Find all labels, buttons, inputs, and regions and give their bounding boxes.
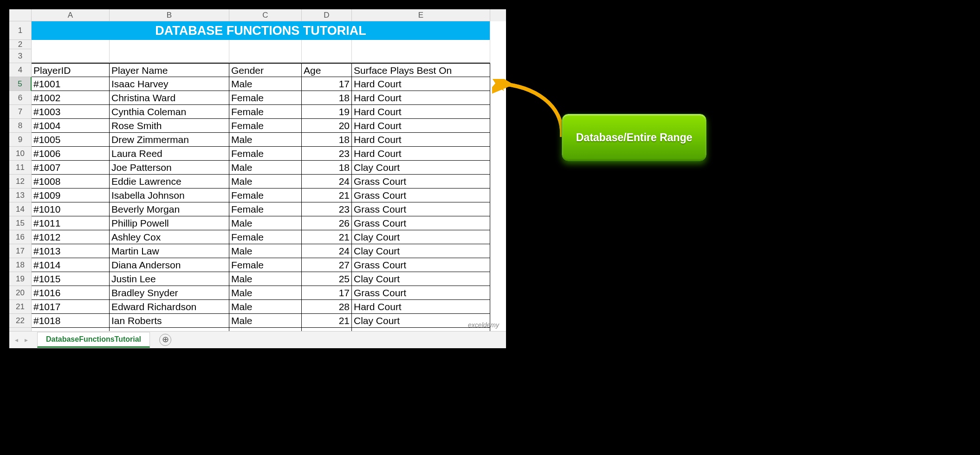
row-header-4[interactable]: 4 (9, 63, 32, 77)
cell[interactable]: #1015 (32, 272, 110, 286)
cell[interactable]: #1002 (32, 91, 110, 105)
cell[interactable]: Justin Lee (110, 272, 229, 286)
cell[interactable]: Grass Court (352, 188, 490, 202)
cell[interactable]: #1001 (32, 77, 110, 91)
cell[interactable]: 23 (302, 147, 352, 161)
cell[interactable]: #1011 (32, 216, 110, 230)
row-header-17[interactable]: 17 (9, 244, 32, 258)
cell[interactable]: Drew Zimmerman (110, 133, 229, 147)
cell[interactable]: 18 (302, 133, 352, 147)
cell[interactable]: 25 (302, 272, 352, 286)
col-header-A[interactable]: A (32, 9, 110, 21)
cell[interactable]: 21 (302, 230, 352, 244)
cell[interactable]: Ian Roberts (110, 314, 229, 328)
header-gender[interactable]: Gender (229, 63, 302, 77)
cell[interactable]: Male (229, 175, 302, 188)
cell[interactable]: #1009 (32, 188, 110, 202)
cell[interactable]: Cynthia Coleman (110, 105, 229, 119)
row-header-14[interactable]: 14 (9, 202, 32, 216)
cell[interactable]: #1004 (32, 119, 110, 133)
cell[interactable]: Edward Richardson (110, 300, 229, 314)
cell[interactable]: Ashley Cox (110, 230, 229, 244)
cell[interactable]: 23 (302, 202, 352, 216)
cell[interactable]: Male (229, 314, 302, 328)
row-header-6[interactable]: 6 (9, 91, 32, 105)
cell[interactable]: Female (229, 91, 302, 105)
row-header-2[interactable]: 2 (9, 40, 32, 49)
cell[interactable]: Hard Court (352, 91, 490, 105)
cell[interactable]: #1013 (32, 244, 110, 258)
cell[interactable]: #1010 (32, 202, 110, 216)
cell[interactable]: Eddie Lawrence (110, 175, 229, 188)
cell[interactable]: 21 (302, 314, 352, 328)
cell[interactable]: Male (229, 161, 302, 175)
cell[interactable]: 19 (302, 105, 352, 119)
row-header-3[interactable]: 3 (9, 49, 32, 63)
cell[interactable]: Female (229, 202, 302, 216)
cell[interactable]: Hard Court (352, 133, 490, 147)
cell[interactable]: Male (229, 244, 302, 258)
cell[interactable]: 28 (302, 300, 352, 314)
row-header-7[interactable]: 7 (9, 105, 32, 119)
cell[interactable]: Hard Court (352, 147, 490, 161)
cell[interactable]: Grass Court (352, 286, 490, 300)
cell[interactable]: Hard Court (352, 300, 490, 314)
cell[interactable]: Male (229, 77, 302, 91)
cell[interactable]: Female (229, 230, 302, 244)
cell[interactable]: Clay Court (352, 230, 490, 244)
cell[interactable]: 20 (302, 119, 352, 133)
cell[interactable]: Clay Court (352, 161, 490, 175)
cell[interactable]: Beverly Morgan (110, 202, 229, 216)
row-header-11[interactable]: 11 (9, 161, 32, 175)
cell[interactable]: Female (229, 147, 302, 161)
nav-first-icon[interactable]: ◂ (15, 336, 18, 344)
cell[interactable]: Male (229, 300, 302, 314)
cell[interactable]: 17 (302, 286, 352, 300)
cell[interactable]: Female (229, 188, 302, 202)
cell[interactable]: Grass Court (352, 258, 490, 272)
row-header-8[interactable]: 8 (9, 119, 32, 133)
cell[interactable]: #1007 (32, 161, 110, 175)
sheet-tab-active[interactable]: DatabaseFunctionsTutorial (37, 332, 150, 348)
cell[interactable]: Clay Court (352, 244, 490, 258)
cell[interactable]: Male (229, 286, 302, 300)
row-header-22[interactable]: 22 (9, 314, 32, 328)
cell[interactable]: Clay Court (352, 272, 490, 286)
cell[interactable]: Male (229, 272, 302, 286)
cell[interactable]: Laura Reed (110, 147, 229, 161)
cell[interactable]: #1018 (32, 314, 110, 328)
row-header-9[interactable]: 9 (9, 133, 32, 147)
col-header-B[interactable]: B (110, 9, 229, 21)
header-surface[interactable]: Surface Plays Best On (352, 63, 490, 77)
select-all-corner[interactable] (9, 9, 32, 21)
row-header-20[interactable]: 20 (9, 286, 32, 300)
header-age[interactable]: Age (302, 63, 352, 77)
cell[interactable]: #1008 (32, 175, 110, 188)
row-header-19[interactable]: 19 (9, 272, 32, 286)
cell[interactable]: #1003 (32, 105, 110, 119)
cell[interactable]: #1006 (32, 147, 110, 161)
header-playerid[interactable]: PlayerID (32, 63, 110, 77)
cell[interactable]: #1017 (32, 300, 110, 314)
cell[interactable]: Hard Court (352, 77, 490, 91)
cell[interactable]: Diana Anderson (110, 258, 229, 272)
cell[interactable]: 18 (302, 161, 352, 175)
cell[interactable]: Isabella Johnson (110, 188, 229, 202)
cell[interactable]: Grass Court (352, 175, 490, 188)
cell[interactable]: 27 (302, 258, 352, 272)
row-header-5[interactable]: 5 (9, 77, 32, 91)
cell[interactable]: Rose Smith (110, 119, 229, 133)
cell[interactable]: 18 (302, 91, 352, 105)
row-header-1[interactable]: 1 (9, 21, 32, 40)
cell[interactable]: Male (229, 216, 302, 230)
cell[interactable]: Hard Court (352, 105, 490, 119)
cell[interactable]: #1012 (32, 230, 110, 244)
cell[interactable]: Christina Ward (110, 91, 229, 105)
cell[interactable]: #1005 (32, 133, 110, 147)
row-header-12[interactable]: 12 (9, 175, 32, 188)
row-header-18[interactable]: 18 (9, 258, 32, 272)
row-header-10[interactable]: 10 (9, 147, 32, 161)
cell[interactable]: #1016 (32, 286, 110, 300)
row-header-15[interactable]: 15 (9, 216, 32, 230)
cell[interactable]: Female (229, 119, 302, 133)
